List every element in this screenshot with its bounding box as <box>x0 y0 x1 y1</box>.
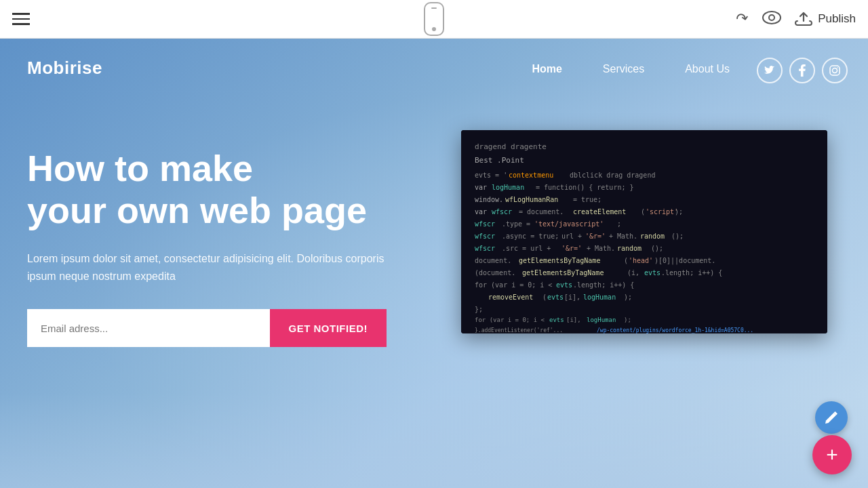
notify-button[interactable]: GET NOTIFIED! <box>270 309 387 347</box>
svg-text:);: ); <box>624 317 631 323</box>
svg-text:.src = url +: .src = url + <box>502 245 551 252</box>
nav-link-services[interactable]: Services <box>583 58 665 81</box>
svg-text:window.: window. <box>475 196 503 203</box>
svg-text:random: random <box>617 245 642 252</box>
nav-link-about[interactable]: About Us <box>665 58 750 81</box>
hamburger-icon[interactable] <box>12 13 30 25</box>
svg-point-1 <box>769 15 774 20</box>
nav-links: Home Services About Us <box>511 58 750 81</box>
email-form: GET NOTIFIED! <box>27 309 387 347</box>
svg-text:evts: evts <box>547 293 564 301</box>
svg-text:removeEvent: removeEvent <box>488 293 533 301</box>
email-input[interactable] <box>27 309 270 347</box>
code-editor-visual: dragend dragente Best .Point evts = ' co… <box>461 130 827 333</box>
svg-text:= document.: = document. <box>519 208 564 216</box>
svg-point-3 <box>833 68 837 73</box>
svg-text:(: ( <box>624 257 628 264</box>
svg-text:contextmenu: contextmenu <box>509 171 553 179</box>
svg-text:wfLogHumanRan: wfLogHumanRan <box>505 196 558 203</box>
svg-text:document.: document. <box>475 257 511 264</box>
svg-text:logHuman: logHuman <box>492 184 524 191</box>
svg-text:dragend dragente: dragend dragente <box>475 142 547 151</box>
svg-text:/wp-content/plugins/wordforce_: /wp-content/plugins/wordforce_1h-1&hid=A… <box>597 327 753 333</box>
svg-text:.length; i++) {: .length; i++) { <box>661 269 722 277</box>
svg-text:wfscr: wfscr <box>475 245 495 252</box>
phone-home-button <box>432 27 436 31</box>
add-fab-button[interactable]: + <box>812 435 852 474</box>
edit-fab-button[interactable] <box>815 401 848 434</box>
svg-text:evts: evts <box>549 317 564 323</box>
plus-icon: + <box>826 443 838 466</box>
svg-text:getElementsByTagName: getElementsByTagName <box>522 269 604 277</box>
phone-notch <box>431 7 437 9</box>
hero-content: How to make your own web page Lorem ipsu… <box>27 147 387 347</box>
svg-point-4 <box>837 67 838 68</box>
pencil-icon <box>824 410 839 425</box>
svg-text:)[0]||document.: )[0]||document. <box>654 257 715 265</box>
toolbar-center <box>424 2 444 36</box>
publish-label: Publish <box>818 12 856 26</box>
svg-text:= function() { return; }: = function() { return; } <box>536 184 634 191</box>
svg-text:dblclick drag dragend: dblclick drag dragend <box>570 171 655 179</box>
svg-text:+ Math.: + Math. <box>587 245 615 252</box>
nav-socials <box>757 58 848 83</box>
publish-upload-icon <box>795 12 812 26</box>
svg-text:logHuman: logHuman <box>587 317 616 323</box>
svg-text:wfscr: wfscr <box>475 232 495 240</box>
nav-link-home[interactable]: Home <box>511 58 582 81</box>
svg-text:.async = true;: .async = true; <box>502 232 559 240</box>
svg-text:random: random <box>640 232 665 240</box>
svg-text:[i],: [i], <box>564 293 580 301</box>
svg-text:'&r=': '&r=' <box>561 245 582 252</box>
hero-title: How to make your own web page <box>27 147 387 231</box>
svg-text:.type =: .type = <box>502 220 530 228</box>
svg-text:;: ; <box>617 220 621 228</box>
svg-text:};: }; <box>475 306 483 313</box>
svg-text:'script': 'script' <box>646 208 678 216</box>
svg-text:for (var i = 0; i <: for (var i = 0; i < <box>475 317 545 323</box>
toolbar: ↶ Publish <box>0 0 868 39</box>
svg-text:[i],: [i], <box>566 317 581 323</box>
svg-text:getElementsByTagName: getElementsByTagName <box>519 257 600 264</box>
svg-text:evts = ': evts = ' <box>475 171 507 179</box>
svg-text:(i,: (i, <box>627 269 639 277</box>
nav: Mobirise Home Services About Us <box>0 39 868 140</box>
code-image: dragend dragente Best .Point evts = ' co… <box>461 130 827 333</box>
svg-text:(: ( <box>542 293 547 301</box>
svg-text:= true;: = true; <box>573 196 601 203</box>
hero-section: Mobirise Home Services About Us How to m… <box>0 39 868 488</box>
svg-text:'text/javascript': 'text/javascript' <box>534 220 604 228</box>
svg-text:evts: evts <box>644 269 660 277</box>
svg-text:'head': 'head' <box>629 257 653 264</box>
svg-text:);: ); <box>624 293 632 301</box>
svg-text:var: var <box>475 184 487 191</box>
svg-text:wfscr: wfscr <box>475 220 495 228</box>
svg-text:var: var <box>475 208 487 216</box>
svg-text:createElement: createElement <box>573 208 626 216</box>
undo-icon[interactable]: ↶ <box>735 9 750 29</box>
social-twitter[interactable] <box>757 58 783 83</box>
svg-rect-2 <box>830 66 840 75</box>
svg-text:url +: url + <box>561 232 582 240</box>
nav-brand: Mobirise <box>27 58 102 79</box>
publish-button[interactable]: Publish <box>795 12 856 26</box>
svg-text:();: (); <box>651 245 663 252</box>
svg-text:evts: evts <box>556 281 572 289</box>
social-facebook[interactable] <box>789 58 815 83</box>
svg-text:(document.: (document. <box>475 269 515 277</box>
toolbar-right: ↶ Publish <box>736 10 856 28</box>
svg-text:wfscr: wfscr <box>492 208 512 216</box>
svg-text:'&r=': '&r=' <box>585 232 606 240</box>
svg-text:logHuman: logHuman <box>583 293 616 301</box>
svg-text:+ Math.: + Math. <box>609 232 637 240</box>
svg-text:Best .Point: Best .Point <box>475 156 524 165</box>
svg-text:.length; i++) {: .length; i++) { <box>573 281 634 289</box>
toolbar-left <box>12 13 30 25</box>
svg-text:}.addEventListener('ref'...: }.addEventListener('ref'... <box>475 327 563 333</box>
preview-icon[interactable] <box>762 11 781 27</box>
svg-text:for (var i = 0; i <: for (var i = 0; i < <box>475 281 552 289</box>
hero-title-line1: How to make <box>27 148 253 188</box>
phone-icon[interactable] <box>424 2 444 36</box>
social-instagram[interactable] <box>822 58 848 83</box>
hero-title-line2: your own web page <box>27 190 367 230</box>
